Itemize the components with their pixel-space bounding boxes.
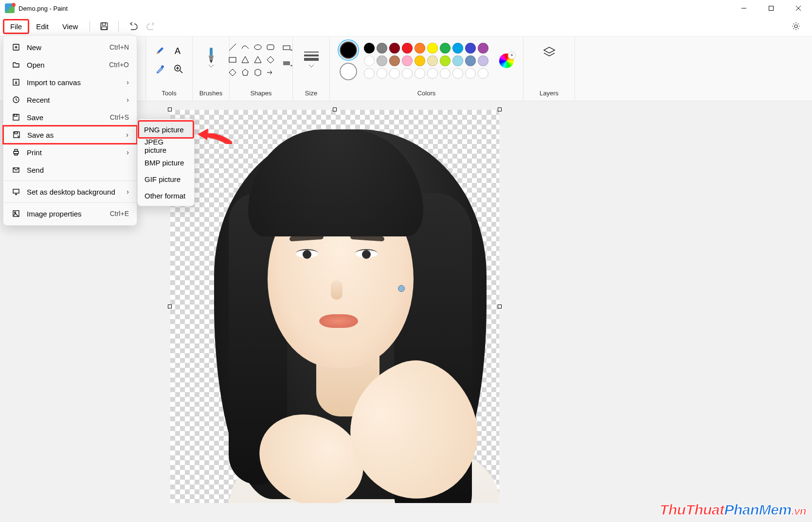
color-swatch[interactable] [465,55,476,66]
resize-handle[interactable] [498,305,502,308]
svg-rect-17 [267,45,274,50]
custom-color-slot[interactable] [478,68,488,79]
color-swatch[interactable] [478,43,488,54]
submenu-item-gif[interactable]: GIF picture [138,171,194,187]
color-1[interactable] [340,41,357,59]
color-swatch[interactable] [427,43,438,54]
chevron-right-icon: › [126,78,129,86]
svg-marker-46 [198,128,208,140]
color-swatch[interactable] [364,55,375,66]
color-swatch[interactable] [415,43,425,54]
edit-colors-button[interactable] [499,54,514,68]
ribbon-group-layers: Layers [523,36,575,101]
submenu-item-bmp[interactable]: BMP picture [138,154,194,171]
titlebar: Demo.png - Paint [0,0,812,17]
custom-color-slot[interactable] [389,68,400,79]
canvas[interactable] [170,110,499,503]
chevron-right-icon: › [126,96,129,104]
svg-rect-39 [14,151,18,154]
custom-color-slot[interactable] [452,68,463,79]
settings-button[interactable] [787,17,805,36]
close-button[interactable] [785,0,812,17]
menu-item-new[interactable]: New Ctrl+N [3,38,137,56]
svg-rect-38 [15,132,18,134]
svg-line-11 [180,71,182,73]
layers-button[interactable] [538,41,560,64]
redo-button[interactable] [142,17,161,36]
menu-item-open[interactable]: Open Ctrl+O [3,56,137,73]
submenu-item-jpeg[interactable]: JPEG picture [138,138,194,154]
menu-item-set-background[interactable]: Set as desktop background › [3,183,137,200]
magnifier-tool[interactable] [169,60,188,78]
ribbon-group-size: Size [293,36,330,101]
menu-item-save-as[interactable]: Save as › [2,125,138,144]
desktop-icon [11,188,21,196]
custom-color-slot[interactable] [402,68,413,79]
menu-edit[interactable]: Edit [29,19,55,34]
svg-point-16 [254,45,261,50]
color-swatch[interactable] [377,43,387,54]
color-swatch[interactable] [440,43,451,54]
color-swatch[interactable] [440,55,451,66]
shape-fill-dropdown[interactable] [280,57,295,70]
annotation-arrow [196,126,235,151]
minimize-button[interactable] [730,0,758,17]
brushes-dropdown[interactable] [200,41,222,70]
custom-color-slot[interactable] [377,68,387,79]
color-swatch[interactable] [427,55,438,66]
ribbon-group-shapes: Shapes [230,36,293,101]
save-as-icon [12,131,21,139]
svg-point-45 [15,212,16,214]
custom-color-slot[interactable] [427,68,438,79]
submenu-item-other[interactable]: Other format [138,187,194,204]
send-icon [11,166,21,174]
text-tool[interactable]: A [169,41,188,60]
color-swatch[interactable] [452,43,463,54]
ribbon-label-size: Size [305,90,317,99]
color-swatch[interactable] [389,55,400,66]
color-swatch[interactable] [452,55,463,66]
resize-handle[interactable] [498,108,502,111]
shape-outline-dropdown[interactable] [280,41,295,54]
color-swatch[interactable] [364,43,375,54]
submenu-item-png[interactable]: PNG picture [138,120,194,139]
menu-file[interactable]: File [3,19,29,34]
menu-item-print[interactable]: Print › [3,144,137,161]
color-swatch[interactable] [465,43,476,54]
properties-icon [11,210,21,217]
resize-handle[interactable] [168,305,172,308]
color-2[interactable] [340,63,357,80]
menu-item-recent[interactable]: Recent › [3,91,137,108]
maximize-button[interactable] [758,0,785,17]
pencil-tool[interactable] [151,41,169,60]
svg-line-15 [229,44,236,51]
menu-item-image-properties[interactable]: Image properties Ctrl+E [3,205,137,222]
color-palette [364,43,488,79]
custom-color-slot[interactable] [440,68,451,79]
size-dropdown[interactable] [300,41,323,70]
custom-color-slot[interactable] [364,68,375,79]
color-swatch[interactable] [415,55,425,66]
separator [118,21,119,32]
custom-color-slot[interactable] [465,68,476,79]
resize-handle[interactable] [168,108,172,111]
quick-save-button[interactable] [95,17,113,36]
menu-item-send[interactable]: Send [3,161,137,179]
color-swatch[interactable] [402,43,413,54]
menu-item-save[interactable]: Save Ctrl+S [3,108,137,126]
eyedropper-tool[interactable] [151,60,169,78]
svg-marker-21 [267,56,274,63]
ribbon-label-colors: Colors [417,90,436,99]
color-swatch[interactable] [402,55,413,66]
color-swatch[interactable] [478,55,488,66]
shapes-gallery[interactable] [227,41,276,78]
color-swatch[interactable] [377,55,387,66]
custom-color-slot[interactable] [415,68,425,79]
menu-item-import[interactable]: Import to canvas › [3,73,137,91]
svg-rect-18 [229,57,236,62]
menu-view[interactable]: View [55,19,85,34]
color-swatch[interactable] [389,43,400,54]
svg-marker-22 [229,69,236,76]
resize-handle[interactable] [333,108,337,111]
undo-button[interactable] [124,17,142,36]
